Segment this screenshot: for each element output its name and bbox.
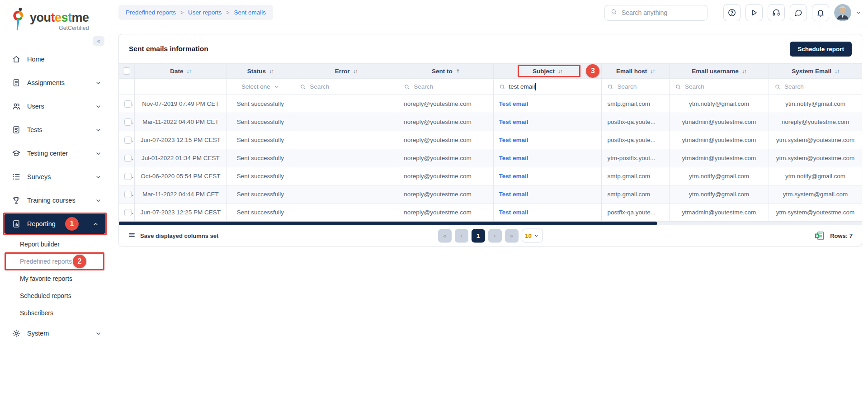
brand-wordmark: youtestme [30,12,89,24]
sidebar-item-assignments[interactable]: Assignments [0,71,110,95]
excel-export-icon[interactable] [814,231,825,241]
column-header-date[interactable]: Date↓↑ [135,64,227,79]
cell-error [294,204,398,222]
select-all-checkbox[interactable] [123,67,130,75]
filter-placeholder: Search [617,83,637,90]
sidebar-item-system[interactable]: System [0,322,110,345]
sidebar-subitem-my-favorite-reports[interactable]: My favorite reports [0,270,110,287]
breadcrumb-link-predefined-reports[interactable]: Predefined reports [126,9,176,16]
global-search[interactable] [604,5,708,21]
sidebar-subitem-predefined-reports[interactable]: Predefined reports2 [0,253,110,270]
notifications-button[interactable] [812,4,829,21]
pagination-prev-button[interactable]: ‹ [455,229,468,242]
column-header-sent-to[interactable]: Sent to↥ [398,64,493,79]
row-select-cell [119,167,135,185]
horizontal-scrollbar-thumb[interactable] [119,222,657,225]
system_email-filter-cell: Search [769,79,862,95]
sidebar-subitem-subscribers[interactable]: Subscribers [0,304,110,322]
training-courses-icon [12,196,21,205]
cell-system_email: ytm.system@youtestme.com [769,204,862,222]
sidebar-item-testing-center[interactable]: Testing center [0,142,110,165]
column-header-email-username[interactable]: Email username↓↑ [669,64,769,79]
subject-link[interactable]: Test email [499,100,528,107]
subject-link[interactable]: Test email [499,155,528,161]
column-header-subject[interactable]: Subject↓↑3 [493,64,602,79]
cell-email_host: smtp.gmail.com [602,167,670,185]
row-checkbox[interactable] [124,209,132,216]
users-icon [12,102,21,111]
page-size-select[interactable]: 10 [522,229,543,243]
pagination-first-button[interactable]: « [438,229,452,242]
column-header-email-host[interactable]: Email host↓↑ [602,64,670,79]
chat-button[interactable] [790,4,807,21]
column-header-error[interactable]: Error↓↑ [294,64,398,79]
sidebar-item-surveys[interactable]: Surveys [0,165,110,189]
email_username-filter-input[interactable]: Search [675,83,763,90]
system_email-filter-input[interactable]: Search [774,83,856,90]
sidebar-subitem-report-builder[interactable]: Report builder [0,236,110,253]
cell-email_username: ytm.notify@gmail.com [669,95,769,113]
support-button[interactable] [768,4,785,21]
column-header-status[interactable]: Status↓↑ [226,64,294,79]
email_host-filter-input[interactable]: Search [607,83,664,90]
row-checkbox[interactable] [124,137,132,144]
sent_to-filter-input[interactable]: Search [404,83,487,90]
cell-email_username: ytm.notify@gmail.com [669,167,769,185]
column-header-label: System Email [792,68,831,75]
play-button[interactable] [745,4,763,21]
brand-letter: t [51,11,55,24]
sidebar-collapse-button[interactable]: « [93,36,104,46]
logo-icon [12,7,25,34]
pagination-last-button[interactable]: » [505,229,519,242]
chat-icon [794,8,803,17]
table-row: Jul-01-2022 01:34 PM CESTSent successful… [119,149,862,167]
sidebar-item-tests[interactable]: Tests [0,118,110,142]
column-header-label: Email username [692,68,739,75]
subject-link[interactable]: Test email [499,118,528,125]
row-select-cell [119,113,135,131]
pagination-next-button[interactable]: › [488,229,502,242]
schedule-report-button[interactable]: Schedule report [790,42,852,57]
row-checkbox[interactable] [124,173,132,180]
table-row: Nov-07-2019 07:49 PM CETSent successfull… [119,95,862,113]
breadcrumb-link-user-reports[interactable]: User reports [188,9,222,16]
testing-center-icon [12,149,21,158]
subject-link[interactable]: Test email [499,173,528,180]
subject-filter-cell: test email [493,79,602,95]
row-checkbox[interactable] [124,191,132,198]
column-header-label: Email host [616,68,647,75]
search-input[interactable] [622,9,694,16]
sidebar-item-users[interactable]: Users [0,95,110,118]
cell-email_host: smtp.gmail.com [602,95,670,113]
error-filter-input[interactable]: Search [300,83,392,90]
breadcrumb-link-sent-emails[interactable]: Sent emails [234,9,266,16]
help-button[interactable] [723,4,741,21]
sidebar-item-label: Surveys [27,173,51,180]
row-select-cell [119,131,135,149]
sidebar-subitem-scheduled-reports[interactable]: Scheduled reports [0,287,110,304]
cell-subject: Test email [493,167,602,185]
sidebar-item-training-courses[interactable]: Training courses [0,189,110,212]
sidebar-item-home[interactable]: Home [0,47,110,71]
sidebar-item-reporting[interactable]: Reporting1 [0,212,110,236]
sidebar-item-label: Tests [27,126,42,133]
user-avatar[interactable] [834,4,851,21]
subject-filter-input[interactable]: test email [499,83,596,90]
pagination-page-1[interactable]: 1 [472,229,485,242]
cell-error [294,131,398,149]
status-filter-value: Select one [241,83,270,90]
chevron-down-icon[interactable] [855,9,862,16]
cell-error [294,185,398,204]
row-select-cell [119,204,135,222]
cell-sent_to: noreply@youtestme.com [398,95,493,113]
subject-link[interactable]: Test email [499,137,528,143]
subject-link[interactable]: Test email [499,191,528,198]
row-checkbox[interactable] [124,118,132,126]
subject-link[interactable]: Test email [499,209,528,216]
column-header-system-email[interactable]: System Email↓↑ [769,64,862,79]
column-header-label: Status [247,68,266,75]
row-checkbox[interactable] [124,100,132,108]
save-displayed-columns-button[interactable]: Save displayed columns set [128,231,218,240]
row-checkbox[interactable] [124,155,132,162]
status-filter-dropdown[interactable]: Select one [232,83,289,90]
